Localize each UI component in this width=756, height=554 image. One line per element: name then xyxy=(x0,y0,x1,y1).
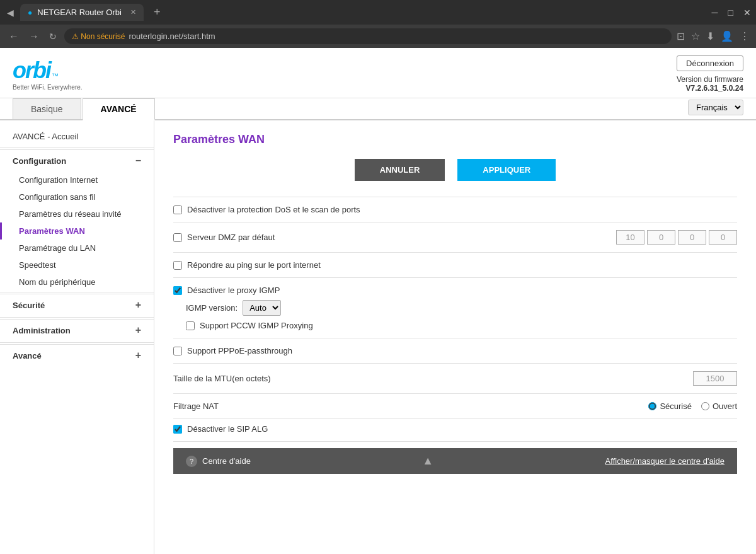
nat-ouvert-radio[interactable] xyxy=(701,402,709,410)
plus-icon-securite: + xyxy=(135,299,141,311)
help-chevron: ▲ xyxy=(422,454,433,468)
sidebar-item-nom-peripherique[interactable]: Nom du périphérique xyxy=(0,274,154,291)
dmz-input-2[interactable] xyxy=(647,230,675,245)
dmz-inputs xyxy=(616,230,737,245)
download-icon[interactable]: ⬇ xyxy=(706,30,714,42)
menu-icon[interactable]: ⋮ xyxy=(740,30,750,42)
sidebar-item-config-sans-fil[interactable]: Configuration sans fil xyxy=(0,188,154,205)
logo-text: orbi xyxy=(13,57,50,84)
nat-secure-radio[interactable] xyxy=(648,402,656,410)
sidebar-securite-label: Sécurité xyxy=(13,301,45,310)
mtu-row: Taille de la MTU(en octets) xyxy=(173,364,737,394)
profile-icon[interactable]: 👤 xyxy=(721,30,733,42)
logo-tagline: Better WiFi. Everywhere. xyxy=(13,84,83,91)
tab-title: NETGEAR Router Orbi xyxy=(37,8,122,17)
browser-tab[interactable]: ● NETGEAR Router Orbi ✕ xyxy=(20,4,144,21)
address-bar[interactable]: ⚠ Non sécurisé routerlogin.net/start.htm xyxy=(64,28,672,44)
orbi-logo: orbi ™ Better WiFi. Everywhere. xyxy=(13,57,83,91)
igmp-proxy-label[interactable]: Désactiver le proxy IGMP xyxy=(173,286,280,295)
pppoe-row: Support PPPoE-passthrough xyxy=(173,338,737,364)
mtu-label-main: Taille de la MTU xyxy=(173,374,232,383)
minimize-button[interactable]: ─ xyxy=(712,8,718,18)
nat-options: Sécurisé Ouvert xyxy=(648,401,737,411)
help-label: Centre d'aide xyxy=(202,456,251,466)
content-area: Paramètres WAN ANNULER APPLIQUER Désacti… xyxy=(154,120,756,554)
logo-tm: ™ xyxy=(52,72,59,79)
nav-tabs: Basique AVANCÉ Français xyxy=(0,98,756,120)
sidebar-section-avance[interactable]: Avancé + xyxy=(0,344,154,366)
pccw-checkbox-label[interactable]: Support PCCW IGMP Proxying xyxy=(186,321,737,330)
cast-icon[interactable]: ⊡ xyxy=(677,30,685,42)
cancel-button[interactable]: ANNULER xyxy=(355,159,445,181)
sidebar-item-config-internet[interactable]: Configuration Internet xyxy=(0,171,154,188)
ping-checkbox[interactable] xyxy=(173,261,182,270)
dmz-input-4[interactable] xyxy=(709,230,737,245)
pppoe-checkbox[interactable] xyxy=(173,347,182,355)
dmz-label-text: Serveur DMZ par défaut xyxy=(187,233,275,242)
sidebar-section-administration[interactable]: Administration + xyxy=(0,319,154,341)
tab-basique[interactable]: Basique xyxy=(13,98,81,119)
sidebar-item-speedtest[interactable]: Speedtest xyxy=(0,257,154,274)
sip-checkbox-label[interactable]: Désactiver le SIP ALG xyxy=(173,424,737,434)
sidebar: AVANCÉ - Accueil Configuration − Configu… xyxy=(0,120,154,554)
igmp-section: Désactiver le proxy IGMP IGMP version: A… xyxy=(173,278,737,338)
firmware-version: V7.2.6.31_5.0.24 xyxy=(686,84,743,93)
dmz-row: Serveur DMZ par défaut xyxy=(173,222,737,253)
sidebar-section-securite[interactable]: Sécurité + xyxy=(0,294,154,316)
igmp-version-label: IGMP version: xyxy=(186,303,238,313)
dmz-checkbox-label[interactable]: Serveur DMZ par défaut xyxy=(173,233,610,242)
plus-icon-admin: + xyxy=(135,325,141,336)
dmz-input-3[interactable] xyxy=(678,230,706,245)
nat-secure-label[interactable]: Sécurisé xyxy=(648,401,692,411)
nat-ouvert-text: Ouvert xyxy=(713,401,737,411)
sidebar-item-avance-accueil[interactable]: AVANCÉ - Accueil xyxy=(0,127,154,146)
tab-avance[interactable]: AVANCÉ xyxy=(83,98,155,120)
dos-label-text: Désactiver la protection DoS et le scan … xyxy=(187,205,360,214)
maximize-button[interactable]: □ xyxy=(728,8,733,18)
pccw-checkbox[interactable] xyxy=(186,321,195,330)
dos-checkbox[interactable] xyxy=(173,205,182,214)
nat-secure-text: Sécurisé xyxy=(660,401,692,411)
back-button[interactable]: ◀ xyxy=(5,8,15,18)
igmp-version-select[interactable]: Auto v2 v3 xyxy=(243,300,281,316)
refresh-button[interactable]: ↻ xyxy=(47,30,59,43)
pppoe-checkbox-label[interactable]: Support PPPoE-passthrough xyxy=(173,346,737,355)
sidebar-item-paramétrage-lan[interactable]: Paramétrage du LAN xyxy=(0,239,154,257)
wan-form: Désactiver la protection DoS et le scan … xyxy=(173,197,737,442)
bookmark-icon[interactable]: ☆ xyxy=(691,30,700,42)
language-select[interactable]: Français xyxy=(688,100,743,115)
header-right: Déconnexion Version du firmware V7.2.6.3… xyxy=(677,55,743,93)
help-icon: ? xyxy=(186,456,197,467)
dos-checkbox-label[interactable]: Désactiver la protection DoS et le scan … xyxy=(173,205,737,214)
sidebar-section-configuration[interactable]: Configuration − xyxy=(0,149,154,171)
tab-close-button[interactable]: ✕ xyxy=(130,8,136,16)
igmp-proxy-row: Désactiver le proxy IGMP xyxy=(173,286,737,295)
nat-row: Filtrage NAT Sécurisé Ouvert xyxy=(173,394,737,419)
back-nav-button[interactable]: ← xyxy=(6,30,21,43)
nat-ouvert-label[interactable]: Ouvert xyxy=(701,401,737,411)
sip-label-text: Désactiver le SIP ALG xyxy=(187,424,268,434)
sip-checkbox[interactable] xyxy=(173,425,182,434)
help-bar: ? Centre d'aide ▲ Afficher/masquer le ce… xyxy=(173,448,737,474)
deconnexion-button[interactable]: Déconnexion xyxy=(677,55,743,71)
firmware-info: Version du firmware V7.2.6.31_5.0.24 xyxy=(677,75,743,93)
sidebar-config-label: Configuration xyxy=(13,156,66,166)
new-tab-button[interactable]: + xyxy=(149,6,166,19)
page-header: orbi ™ Better WiFi. Everywhere. Déconnex… xyxy=(0,48,756,98)
ping-checkbox-label[interactable]: Répondre au ping sur le port internet xyxy=(173,260,737,270)
security-indicator: ⚠ Non sécurisé xyxy=(72,32,125,41)
lang-select-wrapper: Français xyxy=(688,100,756,119)
sidebar-item-params-wan[interactable]: Paramètres WAN xyxy=(0,222,154,239)
help-toggle-link[interactable]: Afficher/masquer le centre d'aide xyxy=(605,456,724,466)
mtu-input[interactable] xyxy=(693,371,737,386)
igmp-version-row: IGMP version: Auto v2 v3 xyxy=(173,300,737,316)
dmz-input-1[interactable] xyxy=(616,230,644,245)
sidebar-item-params-reseau[interactable]: Paramètres du réseau invité xyxy=(0,205,154,222)
forward-nav-button[interactable]: → xyxy=(26,30,42,43)
close-window-button[interactable]: ✕ xyxy=(743,8,751,18)
igmp-proxy-checkbox[interactable] xyxy=(173,286,182,295)
dmz-checkbox[interactable] xyxy=(173,233,182,242)
address-url: routerlogin.net/start.htm xyxy=(129,32,664,41)
apply-button[interactable]: APPLIQUER xyxy=(457,159,556,181)
action-buttons: ANNULER APPLIQUER xyxy=(173,159,737,181)
